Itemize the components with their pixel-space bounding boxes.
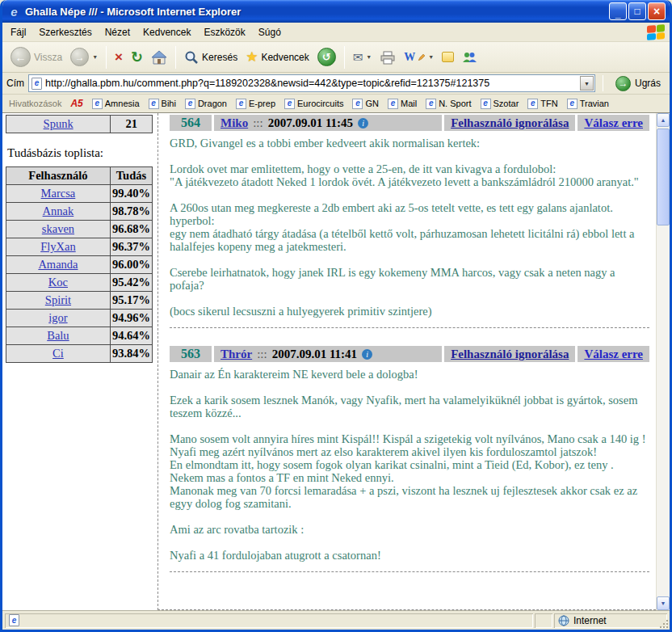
link-item-mail[interactable]: eMail — [388, 99, 417, 109]
back-icon: ← — [10, 47, 31, 67]
link-item-travian[interactable]: eTravian — [567, 99, 609, 109]
browser-viewport: Spunk 21 Tudásbázis toplista: Felhasznál… — [2, 113, 670, 610]
menu-favorites[interactable]: Kedvencek — [136, 23, 197, 41]
status-zone-panel: Internet — [554, 613, 667, 628]
info-icon[interactable]: i — [362, 349, 372, 360]
minimize-button[interactable]: _ — [609, 2, 627, 20]
mail-dropdown-icon[interactable]: ▼ — [366, 54, 372, 60]
edit-dropdown-icon[interactable]: ▼ — [428, 54, 434, 60]
menu-file[interactable]: Fájl — [4, 23, 32, 41]
forward-icon: → — [70, 48, 89, 66]
post-number: 563 — [170, 346, 212, 362]
scrollbar-thumb[interactable] — [657, 129, 670, 225]
back-button[interactable]: ← Vissza — [7, 44, 65, 70]
table-row: skaven96.68% — [6, 221, 153, 238]
pencil-icon — [418, 54, 425, 61]
link-item-eprep[interactable]: eE-prep — [236, 99, 275, 109]
mail-icon: ✉ — [353, 51, 363, 63]
forward-button[interactable]: → ▼ — [67, 45, 101, 69]
reply-link[interactable]: Válasz erre — [584, 348, 643, 361]
menu-tools[interactable]: Eszközök — [197, 23, 251, 41]
messenger-button[interactable] — [459, 48, 480, 66]
user-link[interactable]: Marcsa — [41, 187, 76, 200]
resize-grip[interactable] — [657, 617, 668, 628]
stop-icon: × — [115, 50, 123, 64]
scroll-down-button[interactable]: ▼ — [657, 596, 670, 610]
title-bar[interactable]: e Ghalla Népe /// - Microsoft Internet E… — [2, 0, 670, 23]
mail-button[interactable]: ✉ ▼ — [350, 48, 376, 65]
link-item-tfn[interactable]: eTFN — [527, 99, 557, 109]
user-link[interactable]: Annak — [43, 204, 74, 217]
link-item-gn[interactable]: eGN — [352, 99, 379, 109]
menu-edit[interactable]: Szerkesztés — [32, 23, 98, 41]
page-icon: e — [32, 78, 42, 90]
discuss-button[interactable] — [439, 49, 457, 65]
forward-dropdown-icon[interactable]: ▼ — [92, 54, 98, 60]
vertical-scrollbar[interactable]: ▲ ▼ — [656, 113, 670, 610]
a5-logo-icon: A5 — [70, 98, 82, 109]
ignore-user-link[interactable]: Felhasználó ignorálása — [451, 116, 569, 130]
link-favicon-icon: e — [92, 99, 103, 109]
user-link-spunk[interactable]: Spunk — [44, 117, 74, 130]
search-button[interactable]: Keresés — [181, 48, 241, 67]
post-author-link[interactable]: Thrór — [220, 348, 252, 361]
user-link[interactable]: Spirit — [45, 293, 71, 306]
scrollbar-track[interactable] — [657, 127, 670, 596]
refresh-button[interactable]: ↻ — [128, 48, 146, 67]
link-item-bihi[interactable]: eBihi — [149, 99, 176, 109]
favorites-button[interactable]: ★ Kedvencek — [242, 48, 313, 66]
user-link[interactable]: FlyXan — [40, 240, 76, 253]
link-favicon-icon: e — [236, 99, 246, 109]
go-icon: → — [615, 76, 631, 91]
table-row: igor94.96% — [6, 310, 153, 327]
close-button[interactable]: × — [648, 2, 666, 20]
info-icon[interactable]: i — [358, 118, 368, 129]
link-item-eurocircuits[interactable]: eEurocircuits — [284, 99, 343, 109]
toolbar-separator — [175, 46, 176, 69]
document-icon: e — [9, 614, 19, 626]
link-item-szotar[interactable]: eSzotar — [481, 99, 519, 109]
user-link[interactable]: skaven — [42, 222, 74, 235]
menu-view[interactable]: Nézet — [99, 23, 136, 41]
maximize-button[interactable]: □ — [628, 2, 646, 20]
print-button[interactable] — [376, 48, 399, 67]
go-button[interactable]: → Ugrás — [611, 75, 666, 92]
window-title: Ghalla Népe /// - Microsoft Internet Exp… — [25, 6, 605, 18]
stop-button[interactable]: × — [111, 48, 126, 66]
messenger-icon — [462, 51, 477, 64]
link-item-a5[interactable]: A5 — [70, 98, 82, 109]
address-input[interactable] — [45, 78, 577, 89]
user-link[interactable]: Amanda — [38, 258, 78, 271]
post-author-link[interactable]: Miko — [220, 116, 248, 130]
posts-area: 564 Miko ::: 2007.09.01 11:45 i Felhaszn… — [158, 113, 656, 610]
window-controls: _ □ × — [609, 2, 666, 20]
address-field[interactable]: e ▼ — [28, 74, 595, 92]
history-button[interactable]: ↺ — [314, 45, 339, 69]
user-link[interactable]: Balu — [47, 329, 69, 342]
link-favicon-icon: e — [426, 99, 436, 109]
link-favicon-icon: e — [284, 99, 295, 109]
ignore-user-link[interactable]: Felhasználó ignorálása — [451, 348, 569, 361]
link-item-amnesia[interactable]: eAmnesia — [92, 99, 140, 109]
links-bar-label: Hivatkozások — [9, 99, 61, 108]
spunk-value: 21 — [111, 116, 153, 133]
user-link[interactable]: Ci — [52, 347, 64, 360]
reply-link[interactable]: Válasz erre — [584, 116, 643, 130]
table-row: FlyXan96.37% — [6, 238, 153, 256]
edit-button[interactable]: W ▼ — [401, 49, 437, 65]
address-dropdown-button[interactable]: ▼ — [580, 76, 594, 91]
scroll-up-button[interactable]: ▲ — [657, 113, 670, 127]
home-icon — [151, 50, 167, 65]
table-row: Spirit95.17% — [6, 292, 153, 310]
link-favicon-icon: e — [185, 99, 195, 109]
user-link[interactable]: Koc — [48, 276, 68, 289]
link-item-dragon[interactable]: eDragon — [185, 99, 227, 109]
address-bar: Cím e ▼ → Ugrás — [2, 73, 670, 95]
home-button[interactable] — [148, 48, 170, 67]
status-spacer-panel — [535, 613, 552, 628]
link-item-nsport[interactable]: eN. Sport — [426, 99, 471, 109]
ignore-user-cell: Felhasználó ignorálása — [444, 346, 575, 362]
globe-icon — [558, 615, 569, 626]
user-link[interactable]: igor — [48, 311, 67, 324]
menu-help[interactable]: Súgó — [252, 23, 288, 41]
